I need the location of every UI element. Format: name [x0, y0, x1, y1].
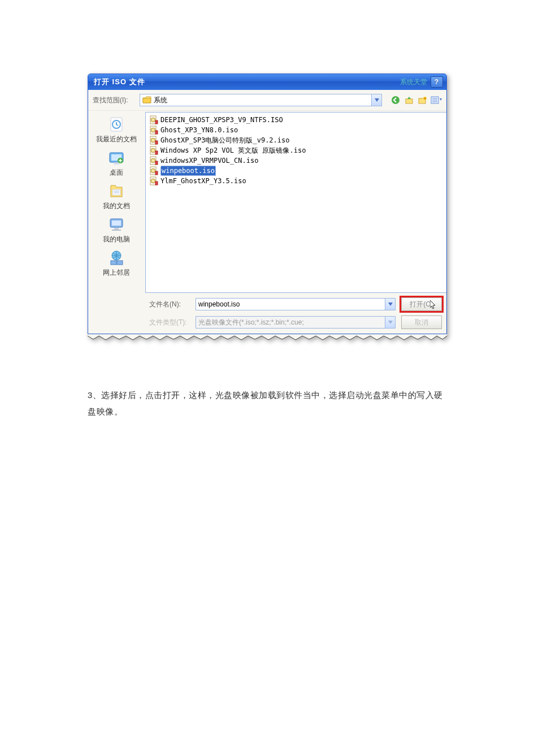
place-label: 桌面 [110, 169, 123, 176]
filetype-label: 文件类型(T): [149, 318, 190, 327]
file-name: DEEPIN_GHOST_XPSP3_V9_NTFS.ISO [160, 115, 283, 125]
place-label: 网上邻居 [103, 269, 130, 277]
svg-point-28 [153, 140, 154, 141]
filetype-value: 光盘映像文件(*.iso;*.isz;*.bin;*.cue; [198, 318, 304, 327]
file-item[interactable]: YlmF_GhostXP_Y3.5.iso [149, 176, 443, 186]
place-mycomputer[interactable]: 我的电脑 [92, 214, 141, 247]
svg-point-20 [153, 119, 154, 120]
place-recent[interactable]: 我最近的文档 [92, 114, 141, 146]
place-desktop[interactable]: 桌面 [92, 148, 141, 180]
lookin-row: 查找范围(I): 系统 [88, 90, 446, 111]
place-label: 我的文档 [103, 202, 130, 210]
svg-point-32 [153, 150, 154, 151]
file-list[interactable]: DEEPIN_GHOST_XPSP3_V9_NTFS.ISO Ghost_XP3… [145, 112, 446, 293]
file-item[interactable]: GhostXP_SP3电脑公司特别版_v9.2.iso [149, 135, 443, 145]
svg-rect-13 [114, 228, 119, 230]
iso-file-icon [149, 126, 158, 135]
titlebar: 打开 ISO 文件 系统天堂 ? [88, 74, 446, 90]
cancel-button[interactable]: 取消 [401, 316, 442, 329]
back-icon[interactable] [390, 94, 401, 106]
place-network[interactable]: 网上邻居 [92, 248, 141, 280]
iso-file-icon [149, 176, 158, 185]
brand-text: 系统天堂 [400, 77, 427, 87]
open-button[interactable]: 打开(O) [401, 297, 442, 311]
desktop-icon [107, 149, 125, 167]
svg-rect-16 [111, 261, 116, 265]
file-item[interactable]: Windows XP Sp2 VOL 英文版 原版镜像.iso [149, 145, 443, 155]
help-icon: ? [435, 78, 439, 86]
file-item[interactable]: Ghost_XP3_YN8.0.iso [149, 125, 443, 135]
iso-file-icon [149, 115, 158, 124]
mydocs-icon [107, 182, 125, 200]
file-name: Ghost_XP3_YN8.0.iso [160, 125, 238, 135]
recent-icon [107, 115, 125, 133]
file-item[interactable]: DEEPIN_GHOST_XPSP3_V9_NTFS.ISO [149, 115, 443, 125]
svg-rect-45 [155, 182, 158, 185]
svg-rect-12 [112, 221, 121, 226]
lookin-combo[interactable]: 系统 [140, 94, 382, 106]
file-name: Windows XP Sp2 VOL 英文版 原版镜像.iso [160, 145, 306, 155]
file-item[interactable]: windowsXP_VRMPVOL_CN.iso [149, 155, 443, 166]
svg-rect-21 [155, 120, 158, 124]
file-name: windowsXP_VRMPVOL_CN.iso [160, 155, 258, 166]
iso-file-icon [149, 166, 158, 175]
network-icon [107, 249, 125, 267]
svg-point-36 [153, 160, 154, 161]
dropdown-arrow-icon[interactable] [385, 299, 395, 310]
lookin-label: 查找范围(I): [93, 96, 135, 105]
dropdown-arrow-icon[interactable] [385, 317, 395, 328]
new-folder-icon[interactable] [417, 94, 428, 106]
svg-rect-41 [155, 171, 158, 175]
svg-rect-14 [112, 230, 121, 231]
svg-rect-37 [155, 161, 158, 165]
dropdown-arrow-icon[interactable] [371, 94, 381, 106]
svg-rect-10 [112, 189, 120, 195]
svg-rect-33 [155, 151, 158, 154]
svg-rect-1 [406, 99, 413, 103]
places-bar: 我最近的文档 桌面 我的文档 [88, 111, 145, 294]
mycomputer-icon [107, 215, 125, 234]
open-file-dialog: 打开 ISO 文件 系统天堂 ? 查找范围(I): [88, 74, 447, 334]
file-name: YlmF_GhostXP_Y3.5.iso [160, 176, 246, 186]
svg-rect-25 [155, 131, 158, 134]
svg-point-44 [153, 180, 154, 182]
svg-rect-17 [117, 261, 123, 265]
filename-value: winpeboot.iso [198, 300, 240, 308]
file-name: winpeboot.iso [160, 166, 216, 176]
file-item[interactable]: winpeboot.iso [149, 166, 443, 176]
cancel-button-label: 取消 [415, 318, 428, 327]
lookin-value: 系统 [154, 96, 167, 105]
iso-file-icon [149, 136, 158, 145]
svg-point-24 [153, 129, 154, 131]
place-label: 我的电脑 [103, 235, 130, 243]
step-caption: 3、选择好后，点击打开，这样，光盘映像被加载到软件当中，选择启动光盘菜单中的写入… [88, 387, 449, 420]
up-one-level-icon[interactable] [403, 94, 415, 106]
place-mydocs[interactable]: 我的文档 [92, 181, 141, 213]
iso-file-icon [149, 146, 158, 155]
svg-point-0 [392, 96, 400, 104]
toolbar-icons [387, 94, 442, 106]
torn-edge-graphic [88, 334, 447, 342]
iso-file-icon [149, 156, 158, 165]
place-label: 我最近的文档 [96, 135, 137, 143]
filename-input[interactable]: winpeboot.iso [196, 298, 396, 310]
filetype-combo[interactable]: 光盘映像文件(*.iso;*.isz;*.bin;*.cue; [196, 316, 396, 329]
svg-point-40 [153, 170, 154, 171]
folder-icon [142, 96, 151, 104]
views-icon[interactable] [431, 94, 442, 106]
help-button[interactable]: ? [431, 76, 443, 88]
svg-rect-29 [155, 141, 158, 144]
file-name: GhostXP_SP3电脑公司特别版_v9.2.iso [160, 135, 290, 145]
filename-label: 文件名(N): [149, 300, 190, 309]
dialog-title: 打开 ISO 文件 [94, 77, 145, 87]
cursor-icon [430, 300, 437, 311]
